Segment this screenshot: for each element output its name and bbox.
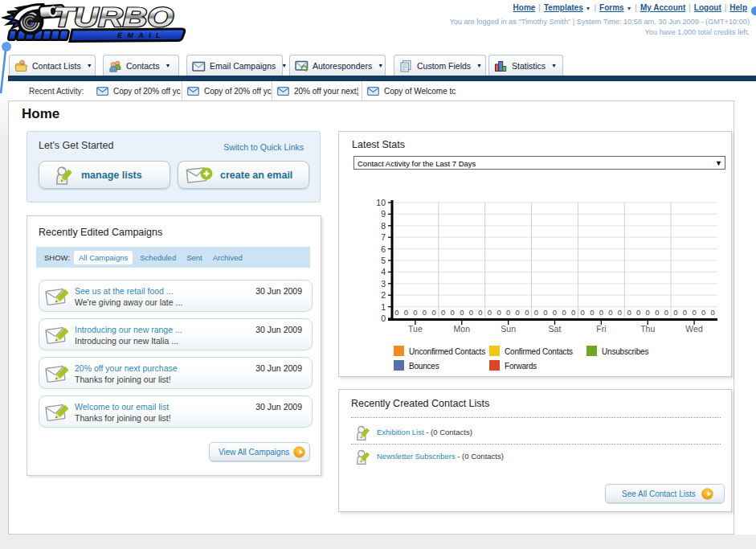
svg-text:0: 0	[581, 308, 585, 317]
svg-text:0: 0	[701, 308, 705, 317]
svg-text:0: 0	[451, 308, 455, 317]
svg-text:Unconfirmed Contacts: Unconfirmed Contacts	[409, 347, 485, 356]
svg-text:0: 0	[683, 308, 687, 317]
svg-text:0: 0	[543, 308, 547, 317]
svg-text:0: 0	[711, 308, 715, 317]
svg-text:0: 0	[636, 308, 640, 317]
svg-text:0: 0	[608, 308, 612, 317]
svg-text:Unsubscribes: Unsubscribes	[602, 347, 648, 356]
svg-text:Fri: Fri	[596, 324, 606, 334]
svg-text:Wed: Wed	[685, 324, 703, 334]
svg-text:0: 0	[534, 308, 538, 317]
svg-text:0: 0	[488, 308, 492, 317]
svg-text:0: 0	[413, 308, 417, 317]
svg-text:0: 0	[478, 308, 482, 317]
svg-text:3: 3	[381, 279, 386, 289]
svg-text:1: 1	[381, 302, 386, 312]
svg-text:0: 0	[553, 308, 557, 317]
svg-text:5: 5	[381, 256, 386, 265]
svg-text:0: 0	[404, 308, 408, 317]
svg-text:0: 0	[394, 308, 398, 317]
svg-text:0: 0	[571, 308, 575, 317]
svg-text:0: 0	[692, 308, 696, 317]
svg-text:0: 0	[673, 308, 677, 317]
svg-text:Mon: Mon	[454, 324, 471, 334]
svg-text:0: 0	[525, 308, 529, 317]
svg-text:6: 6	[381, 244, 386, 254]
svg-text:0: 0	[562, 308, 566, 317]
svg-text:Bounces: Bounces	[409, 362, 439, 371]
svg-text:EMAIL: EMAIL	[117, 31, 166, 39]
svg-text:0: 0	[460, 308, 464, 317]
svg-text:0: 0	[497, 308, 501, 317]
svg-text:0: 0	[441, 308, 445, 317]
svg-text:0: 0	[469, 308, 473, 317]
svg-text:0: 0	[590, 308, 594, 317]
svg-text:Forwards: Forwards	[505, 362, 537, 371]
svg-text:0: 0	[381, 313, 386, 323]
svg-text:0: 0	[655, 308, 659, 317]
svg-text:10: 10	[376, 198, 386, 207]
svg-text:0: 0	[646, 308, 650, 317]
svg-text:Confirmed Contacts: Confirmed Contacts	[505, 347, 573, 356]
svg-text:2: 2	[381, 290, 386, 300]
svg-text:0: 0	[599, 308, 603, 317]
svg-text:Sun: Sun	[501, 324, 516, 334]
svg-text:Tue: Tue	[408, 324, 423, 334]
svg-text:Sat: Sat	[549, 324, 562, 334]
svg-text:8: 8	[381, 221, 386, 231]
svg-text:9: 9	[381, 209, 386, 219]
svg-text:0: 0	[431, 308, 435, 317]
svg-text:0: 0	[664, 308, 668, 317]
svg-text:7: 7	[381, 232, 386, 242]
svg-text:TURBO: TURBO	[53, 2, 174, 33]
svg-text:0: 0	[516, 308, 520, 317]
svg-text:0: 0	[506, 308, 510, 317]
svg-text:Thu: Thu	[640, 324, 655, 334]
svg-text:4: 4	[381, 267, 386, 277]
svg-text:0: 0	[627, 308, 631, 317]
svg-text:0: 0	[618, 308, 622, 317]
svg-text:0: 0	[423, 308, 427, 317]
